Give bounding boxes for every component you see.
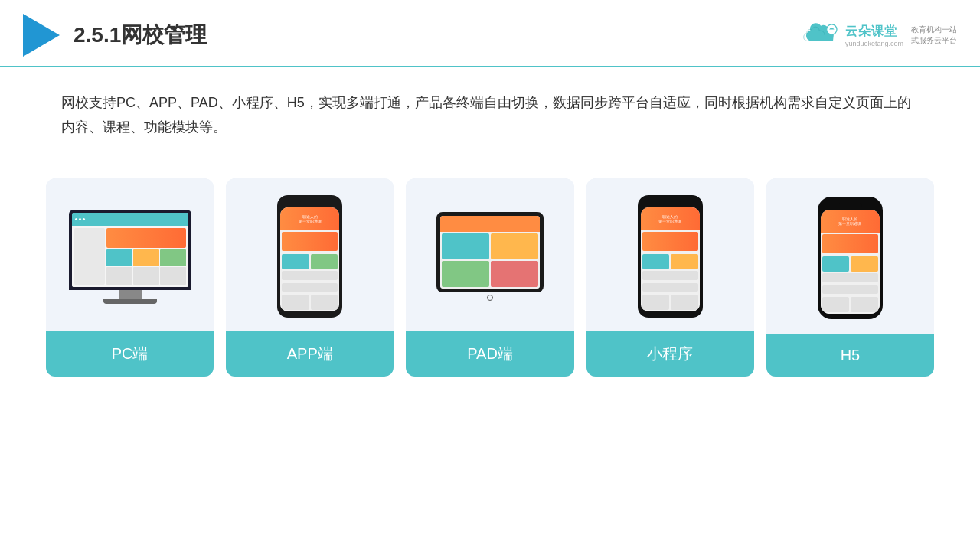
cards-container: PC端 职途人的第一堂职通课 <box>0 163 980 392</box>
card-mini-image: 职途人的第一堂职通课 <box>586 178 754 331</box>
brand-url: yunduoketang.com <box>845 40 903 47</box>
card-pc-image <box>46 178 214 331</box>
header-left: 2.5.1网校管理 <box>23 14 207 57</box>
brand-text-group: 云朵课堂 yunduoketang.com <box>845 24 903 47</box>
pad-tablet-mockup <box>436 212 544 301</box>
card-mini: 职途人的第一堂职通课 <box>586 178 754 377</box>
card-app-label: APP端 <box>226 331 394 377</box>
card-h5: 职途人的第一堂职通课 <box>766 178 934 377</box>
card-app: 职途人的第一堂职通课 <box>226 178 394 377</box>
card-h5-image: 职途人的第一堂职通课 <box>766 178 934 334</box>
pc-mockup <box>69 210 191 304</box>
page-title: 2.5.1网校管理 <box>74 21 207 50</box>
mini-phone-mockup: 职途人的第一堂职通课 <box>638 195 703 318</box>
brand-icon: 云朵课堂 yunduoketang.com <box>802 23 903 47</box>
header: 2.5.1网校管理 云朵课堂 yunduoketang.com 教育机构一站式服… <box>0 0 980 67</box>
app-phone-mockup: 职途人的第一堂职通课 <box>277 195 342 318</box>
card-mini-label: 小程序 <box>586 331 754 377</box>
card-pc: PC端 <box>46 178 214 377</box>
card-app-image: 职途人的第一堂职通课 <box>226 178 394 331</box>
logo-icon <box>23 14 60 57</box>
card-pad: PAD端 <box>406 178 573 377</box>
brand-logo: 云朵课堂 yunduoketang.com <box>802 23 903 47</box>
card-pad-image <box>406 178 573 331</box>
cloud-icon <box>802 23 841 47</box>
card-h5-label: H5 <box>766 334 934 377</box>
card-pc-label: PC端 <box>46 331 214 377</box>
h5-phone-mockup: 职途人的第一堂职通课 <box>818 197 883 319</box>
description-text: 网校支持PC、APP、PAD、小程序、H5，实现多端打通，产品各终端自由切换，数… <box>0 67 980 155</box>
brand-name: 云朵课堂 <box>845 24 903 40</box>
brand-tagline: 教育机构一站式服务云平台 <box>911 24 957 46</box>
header-right: 云朵课堂 yunduoketang.com 教育机构一站式服务云平台 <box>802 23 957 47</box>
card-pad-label: PAD端 <box>406 331 573 377</box>
